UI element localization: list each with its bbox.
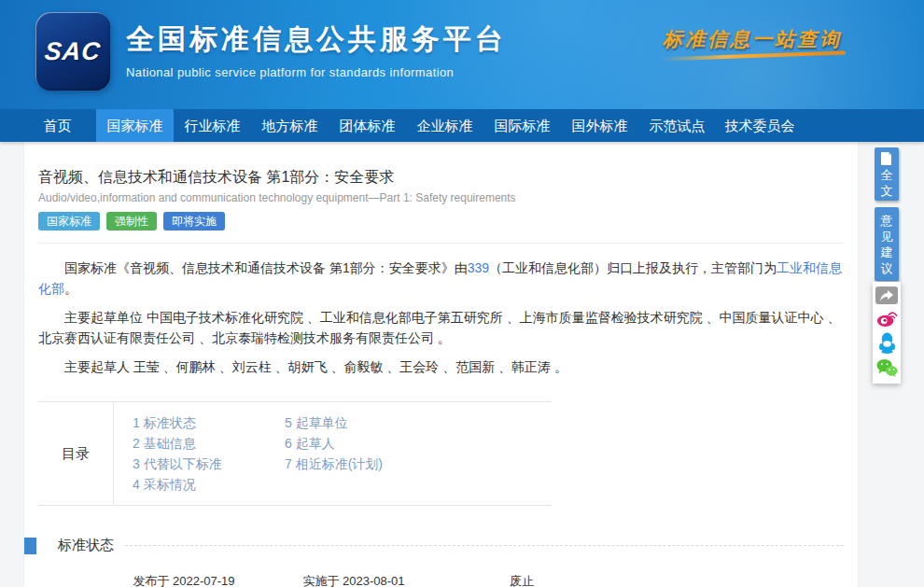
toc-item-similar-standards[interactable]: 7 相近标准(计划): [285, 454, 437, 474]
authority-text-2: （工业和信息化部）归口上报及执行，主管部门为: [489, 260, 777, 275]
nav-item-enterprise-standards[interactable]: 企业标准: [406, 109, 483, 142]
weibo-icon: [876, 309, 898, 328]
nav-item-national-standards[interactable]: 国家标准: [96, 109, 174, 142]
share-button[interactable]: [875, 287, 898, 304]
fulltext-button[interactable]: 全文: [875, 147, 899, 201]
fulltext-label: 全文: [880, 167, 893, 199]
share-icon: [880, 290, 893, 301]
site-header: SAC 全国标准信息公共服务平台 National public service…: [0, 0, 924, 109]
document-icon: [881, 152, 892, 165]
committee-code-link[interactable]: 339: [468, 260, 489, 275]
timeline-label-implemented: 实施于 2023-08-01: [302, 573, 404, 587]
nav-item-home[interactable]: 首页: [19, 109, 96, 142]
site-titles: 全国标准信息公共服务平台 National public service pla…: [126, 21, 507, 79]
feedback-label: 意见建议: [880, 213, 893, 276]
toc-item-basic-info[interactable]: 2 基础信息: [133, 433, 285, 454]
toc-item-standard-status[interactable]: 1 标准状态: [133, 412, 285, 433]
feedback-button[interactable]: 意见建议: [875, 207, 899, 281]
nav-item-industry-standards[interactable]: 行业标准: [174, 109, 251, 142]
toc-item-replaced-standards[interactable]: 3 代替以下标准: [133, 454, 285, 474]
wechat-share-button[interactable]: [876, 358, 898, 377]
qq-icon: [878, 332, 896, 354]
nav-item-international-standards[interactable]: 国际标准: [483, 109, 561, 142]
share-panel: [873, 282, 901, 384]
sac-logo-text: SAC: [43, 37, 102, 66]
authority-text-3: 。: [64, 281, 77, 296]
badge-upcoming: 即将实施: [163, 212, 225, 231]
standard-detail-card: 音视频、信息技术和通信技术设备 第1部分：安全要求 Audio/video,in…: [23, 142, 859, 587]
wechat-icon: [876, 358, 898, 377]
status-section-header: 标准状态: [24, 537, 844, 554]
toc-column-2: 5 起草单位 6 起草人 7 相近标准(计划): [285, 412, 437, 495]
badge-national-standard: 国家标准: [38, 212, 100, 231]
toc-column-1: 1 标准状态 2 基础信息 3 代替以下标准 4 采标情况: [133, 412, 285, 495]
divider: [38, 243, 844, 244]
paragraph-drafting-units: 主要起草单位 中国电子技术标准化研究院 、工业和信息化部电子第五研究所 、上海市…: [38, 307, 844, 348]
authority-text-1: 国家标准《音视频、信息技术和通信技术设备 第1部分：安全要求》由: [64, 260, 468, 275]
dashed-rule: [125, 545, 844, 546]
table-of-contents: 目录 1 标准状态 2 基础信息 3 代替以下标准 4 采标情况 5 起草单位 …: [38, 401, 552, 506]
timeline-label-abolished: 废止: [510, 573, 534, 587]
standard-title-cn: 音视频、信息技术和通信技术设备 第1部分：安全要求: [38, 168, 844, 187]
main-nav: 首页 国家标准 行业标准 地方标准 团体标准 企业标准 国际标准 国外标准 示范…: [0, 109, 924, 142]
toc-item-drafting-units[interactable]: 5 起草单位: [285, 412, 437, 433]
nav-item-foreign-standards[interactable]: 国外标准: [561, 109, 638, 142]
status-section-title: 标准状态: [58, 537, 114, 554]
toc-item-adoption-status[interactable]: 4 采标情况: [133, 474, 285, 495]
tag-row: 国家标准 强制性 即将实施: [38, 212, 844, 231]
paragraph-authority: 国家标准《音视频、信息技术和通信技术设备 第1部分：安全要求》由339（工业和信…: [38, 258, 844, 299]
qq-share-button[interactable]: [878, 332, 896, 354]
nav-item-group-standards[interactable]: 团体标准: [329, 109, 406, 142]
site-title-en: National public service platform for sta…: [126, 65, 507, 79]
timeline-label-published: 发布于 2022-07-19: [133, 573, 234, 587]
status-timeline: 发布于 2022-07-19 实施于 2023-08-01 废止: [38, 569, 844, 587]
paragraph-drafters: 主要起草人 王莹 、何鹏林 、刘云柱 、胡妍飞 、俞毅敏 、王会玲 、范国新 、…: [38, 356, 844, 377]
section-marker: [24, 538, 36, 554]
nav-item-demo-pilot[interactable]: 示范试点: [638, 109, 716, 142]
weibo-share-button[interactable]: [876, 309, 898, 328]
nav-item-local-standards[interactable]: 地方标准: [251, 109, 329, 142]
slogan-text: 标准信息一站查询: [663, 26, 842, 52]
toc-item-drafters[interactable]: 6 起草人: [285, 433, 437, 454]
toc-columns: 1 标准状态 2 基础信息 3 代替以下标准 4 采标情况 5 起草单位 6 起…: [114, 402, 437, 505]
sac-logo[interactable]: SAC: [35, 12, 110, 91]
badge-mandatory: 强制性: [106, 212, 157, 231]
site-title-cn: 全国标准信息公共服务平台: [126, 21, 507, 59]
standard-title-en: Audio/video,information and communicatio…: [38, 191, 844, 204]
content-background: 音视频、信息技术和通信技术设备 第1部分：安全要求 Audio/video,in…: [0, 142, 924, 587]
nav-list: 首页 国家标准 行业标准 地方标准 团体标准 企业标准 国际标准 国外标准 示范…: [0, 109, 924, 142]
slogan-underline: [661, 51, 846, 62]
nav-item-technical-committee[interactable]: 技术委员会: [716, 109, 804, 142]
toc-label: 目录: [38, 402, 114, 505]
